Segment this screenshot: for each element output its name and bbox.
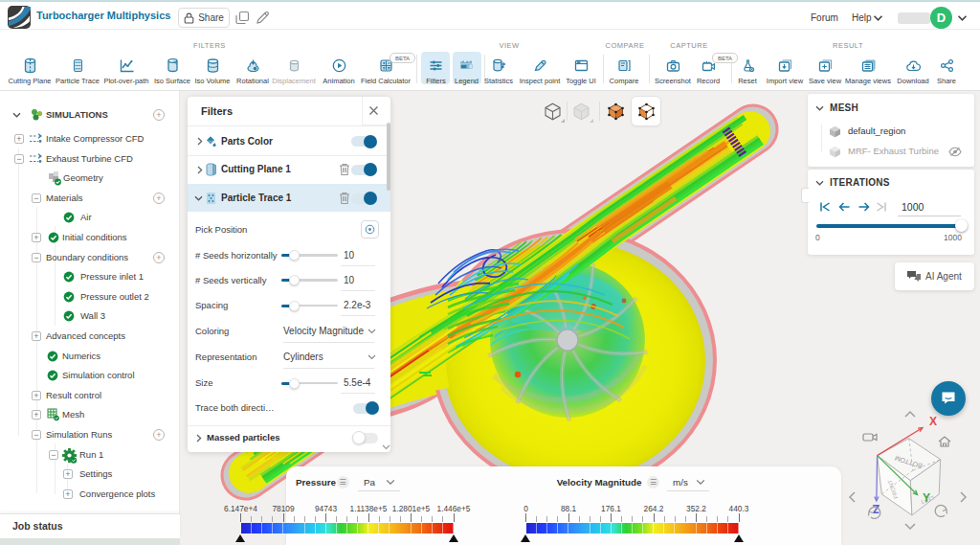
svg-text:X: X xyxy=(929,415,937,428)
svg-text:Y: Y xyxy=(923,491,930,505)
